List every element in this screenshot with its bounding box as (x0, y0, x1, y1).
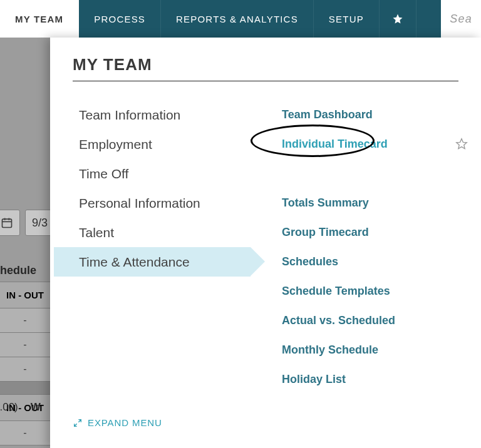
link-individual-timecard[interactable]: Individual Timecard (263, 130, 481, 159)
link-spacer (263, 159, 481, 188)
category-personal-information[interactable]: Personal Information (54, 188, 251, 218)
link-actual-vs-scheduled[interactable]: Actual vs. Scheduled (263, 306, 481, 335)
search-input[interactable]: Sea (441, 0, 481, 38)
category-talent[interactable]: Talent (54, 218, 251, 247)
tab-process[interactable]: PROCESS (79, 0, 161, 38)
tab-my-team[interactable]: MY TEAM (0, 0, 79, 38)
link-label: Individual Timecard (282, 138, 388, 151)
category-employment[interactable]: Employment (54, 130, 251, 159)
top-navbar: MY TEAM PROCESS REPORTS & ANALYTICS SETU… (0, 0, 481, 38)
link-monthly-schedule[interactable]: Monthly Schedule (263, 335, 481, 365)
expand-menu-button[interactable]: EXPAND MENU (73, 417, 162, 428)
star-icon (392, 13, 403, 24)
category-team-information[interactable]: Team Information (54, 100, 251, 130)
mega-menu-title: MY TEAM (73, 55, 481, 74)
star-outline-icon[interactable] (455, 137, 468, 151)
mega-links: Team Dashboard Individual Timecard Total… (251, 100, 481, 394)
tab-reports-analytics[interactable]: REPORTS & ANALYTICS (161, 0, 314, 38)
link-schedule-templates[interactable]: Schedule Templates (263, 277, 481, 306)
expand-menu-label: EXPAND MENU (88, 417, 162, 428)
link-team-dashboard[interactable]: Team Dashboard (263, 100, 481, 130)
link-totals-summary[interactable]: Totals Summary (263, 188, 481, 218)
category-time-attendance[interactable]: Time & Attendance (54, 247, 251, 277)
tab-favorites[interactable] (380, 0, 416, 38)
link-group-timecard[interactable]: Group Timecard (263, 218, 481, 247)
expand-icon (73, 418, 83, 428)
mega-menu: MY TEAM Team Information Employment Time… (50, 38, 481, 448)
tab-setup[interactable]: SETUP (314, 0, 380, 38)
category-time-off[interactable]: Time Off (54, 159, 251, 188)
mega-categories: Team Information Employment Time Off Per… (50, 100, 251, 394)
link-holiday-list[interactable]: Holiday List (263, 365, 481, 394)
link-schedules[interactable]: Schedules (263, 247, 481, 277)
